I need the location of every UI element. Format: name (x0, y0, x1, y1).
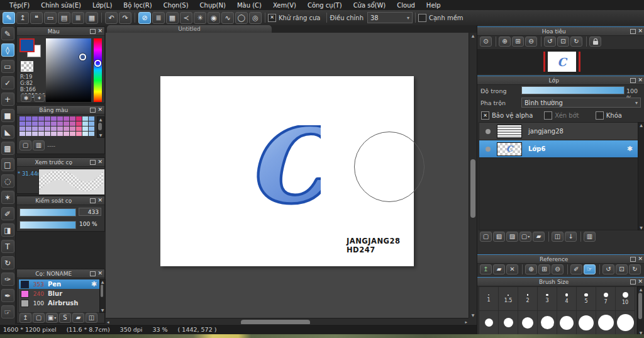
cloud-upload-icon[interactable]: ↥ (480, 264, 492, 274)
palette-swatch[interactable] (45, 127, 50, 131)
palette-swatch[interactable] (19, 116, 25, 121)
menu-item-9[interactable]: Cửa sổ(W) (348, 2, 392, 9)
reset-rotation-icon[interactable]: ⊡ (616, 264, 628, 274)
palette-scrollbar[interactable]: ▲ ▼ (97, 116, 104, 138)
adjust-dropdown[interactable]: 38 ▾ (367, 12, 413, 23)
snap-off-icon[interactable]: ⊘ (138, 12, 151, 24)
layer-visibility-dot[interactable] (486, 129, 491, 134)
brush-control-header[interactable]: Kiểm soát cọ ✕ (17, 196, 104, 205)
scroll-down-icon[interactable]: ▼ (100, 308, 105, 312)
palette-swatch[interactable] (76, 116, 82, 121)
palette-swatch[interactable] (38, 132, 44, 136)
palette-swatch[interactable] (89, 127, 94, 131)
scroll-up-icon[interactable]: ▲ (638, 287, 644, 291)
layer-visibility-dot[interactable] (486, 147, 491, 152)
palette-swatch[interactable] (26, 132, 31, 136)
list-icon[interactable]: ≣ (72, 12, 84, 24)
document-icon[interactable]: ▤ (58, 12, 70, 24)
brush-list-item[interactable]: 240Blur (19, 289, 99, 298)
scroll-down-icon[interactable]: ▼ (638, 225, 644, 230)
brush-size-cell[interactable] (616, 311, 635, 335)
snap-ellipse-icon[interactable]: ◯ (235, 12, 248, 24)
rotate-left-icon[interactable]: ↺ (544, 37, 556, 47)
palette-swatch[interactable] (51, 132, 57, 136)
duplicate-brush-icon[interactable]: ◫ (86, 313, 97, 323)
menu-item-6[interactable]: Màu (C) (231, 2, 267, 9)
export-icon[interactable]: ↥ (16, 12, 29, 24)
palette-swatch[interactable] (45, 116, 50, 121)
menu-item-2[interactable]: Lớp(L) (87, 2, 118, 9)
palette-swatch[interactable] (70, 116, 75, 121)
brush-preview-header[interactable]: Xem trước cọ ✕ (17, 158, 104, 167)
brush-size-cell[interactable] (577, 311, 596, 335)
snap-concentric-icon[interactable]: ◎ (249, 12, 262, 24)
fit-screen-icon[interactable]: ⊞ (538, 264, 550, 274)
brush-size-cell[interactable]: 4 (557, 287, 577, 311)
eyedropper-icon[interactable]: ✐ (570, 264, 582, 274)
fill-rect-tool[interactable]: ■ (1, 109, 14, 122)
cloud-brush-icon[interactable]: ↥ (19, 313, 31, 323)
loupe-icon[interactable]: ⊙ (480, 37, 492, 47)
layer-list-scrollbar[interactable]: ▲ ▼ (638, 122, 644, 230)
brush-mode-icon[interactable]: ✎ (3, 12, 15, 24)
move-tool[interactable]: + (1, 93, 14, 106)
close-icon[interactable]: ✕ (638, 77, 643, 83)
brush-size-cell[interactable] (596, 311, 616, 335)
menu-item-10[interactable]: Cloud (391, 2, 421, 9)
lock-checkbox[interactable] (596, 111, 604, 120)
menu-item-4[interactable]: Chọn(S) (158, 2, 194, 9)
brush-size-cell[interactable] (557, 311, 577, 335)
palette-swatch[interactable] (89, 121, 94, 126)
brush-list-item[interactable]: 100Airbrush (19, 298, 99, 308)
lasso-tool[interactable]: ◌ (1, 174, 14, 188)
palette-swatch[interactable] (76, 132, 82, 136)
brush-folder-icon[interactable]: ▰ (72, 313, 84, 323)
select-tool[interactable]: □ (1, 158, 14, 171)
brush-size-value[interactable]: 433 (79, 208, 101, 216)
brush-size-cell[interactable]: 5 (577, 287, 596, 311)
scroll-up-icon[interactable]: ▲ (469, 33, 477, 38)
rotate-right-icon[interactable]: ↻ (629, 264, 641, 274)
open-folder-icon[interactable]: ▰ (493, 264, 505, 274)
brush-size-cell[interactable]: 2 (518, 287, 538, 311)
script-brush-icon[interactable]: S (59, 313, 71, 323)
hue-marker[interactable] (94, 60, 101, 67)
palette-swatch[interactable] (26, 116, 31, 121)
palette-swatch[interactable] (82, 127, 88, 131)
palette-swatch[interactable] (82, 132, 88, 136)
popout-icon[interactable] (630, 279, 636, 284)
palette-swatch[interactable] (57, 121, 63, 126)
add-layer-menu-icon[interactable]: ▢▾ (519, 232, 531, 242)
clipping-checkbox[interactable] (544, 111, 552, 120)
color-panel-header[interactable]: Màu ✕ (17, 27, 104, 36)
hand-tool[interactable]: ☞ (1, 305, 14, 318)
menu-item-3[interactable]: Bộ lọc(R) (118, 2, 157, 9)
scroll-thumb[interactable] (638, 293, 642, 319)
close-icon[interactable]: ✕ (97, 271, 103, 276)
menu-item-1[interactable]: Chỉnh sửa(E) (35, 2, 87, 9)
text-tool[interactable]: T (1, 240, 14, 253)
snap-parallel-icon[interactable]: ≣ (152, 12, 165, 24)
snap-curve-icon[interactable]: ∿ (221, 12, 234, 24)
scroll-thumb[interactable] (101, 284, 103, 297)
close-icon[interactable]: ✕ (638, 256, 643, 262)
palette-swatch[interactable] (70, 132, 75, 136)
color-wheel-icon[interactable]: ✱ (21, 94, 31, 102)
undo-icon[interactable]: ↶ (105, 12, 118, 24)
palette-swatch[interactable] (70, 121, 75, 126)
zoom-in-icon[interactable]: ⊕ (525, 264, 537, 274)
palette-swatch[interactable] (70, 127, 75, 131)
palette-swatch[interactable] (38, 116, 44, 121)
menu-item-0[interactable]: Tệp(F) (4, 2, 35, 9)
palette-swatch[interactable] (76, 127, 82, 131)
snap-grid-icon[interactable]: ▦ (166, 12, 179, 24)
close-icon[interactable]: ✕ (97, 159, 103, 165)
brush-tool[interactable]: ✎ (1, 27, 14, 40)
palette-swatch[interactable] (76, 121, 82, 126)
close-icon[interactable]: ✕ (638, 279, 643, 284)
popout-icon[interactable] (90, 29, 96, 34)
eraser-tool[interactable]: ◊ (1, 43, 14, 57)
palette-swatch[interactable] (64, 121, 69, 126)
transparent-color-swatch[interactable] (21, 61, 33, 72)
palette-swatch[interactable] (89, 132, 94, 136)
